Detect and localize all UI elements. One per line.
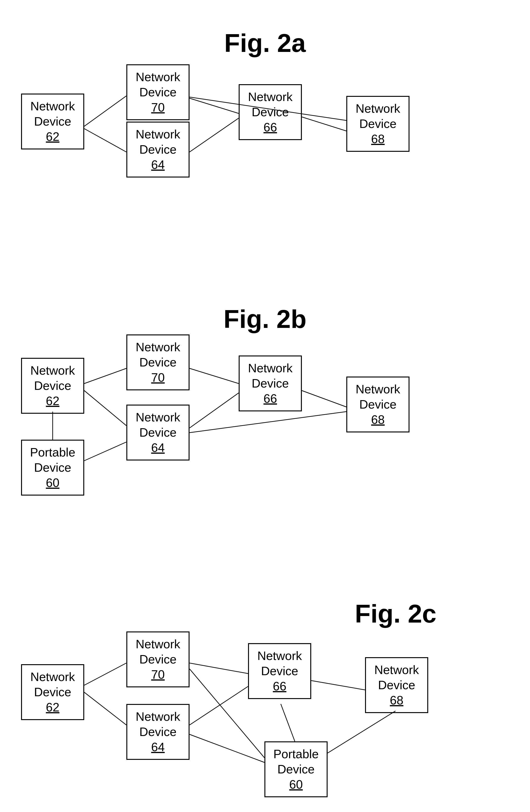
pd60c-box: Portable Device 60 — [264, 741, 328, 797]
nd66a-label1: Network — [245, 89, 296, 104]
nd68c-label2: Device — [371, 678, 422, 693]
svg-line-7 — [84, 391, 126, 426]
fig2a-title: Fig. 2a — [0, 14, 530, 58]
nd66b-number: 66 — [245, 391, 296, 406]
nd62a-box: Network Device 62 — [21, 93, 84, 149]
nd70b-box: Network Device 70 — [126, 334, 189, 390]
nd70a-box: Network Device 70 — [126, 64, 189, 120]
svg-line-11 — [189, 393, 239, 428]
svg-line-9 — [84, 442, 126, 461]
nd62a-label2: Device — [27, 114, 78, 129]
nd68b-label2: Device — [353, 397, 403, 412]
nd66b-label2: Device — [245, 376, 296, 391]
nd66a-label2: Device — [245, 104, 296, 120]
nd70c-number: 70 — [132, 667, 184, 682]
svg-line-18 — [189, 686, 248, 725]
nd62c-number: 62 — [27, 700, 78, 715]
nd66b-label1: Network — [245, 361, 296, 376]
nd62a-label1: Network — [27, 99, 78, 114]
nd70a-number: 70 — [132, 100, 184, 115]
nd62c-label2: Device — [27, 684, 78, 700]
svg-line-6 — [84, 368, 126, 383]
fig2a-area: Fig. 2a Network Device 62 Network Device… — [0, 14, 530, 295]
svg-line-13 — [189, 411, 346, 433]
nd70a-label2: Device — [132, 85, 184, 100]
nd64c-label2: Device — [132, 724, 184, 740]
nd64a-label2: Device — [132, 142, 184, 157]
nd66c-label1: Network — [254, 648, 305, 664]
svg-line-12 — [302, 391, 346, 407]
nd62b-box: Network Device 62 — [21, 358, 84, 414]
nd64a-box: Network Device 64 — [126, 121, 189, 177]
svg-line-3 — [189, 118, 239, 152]
svg-line-2 — [189, 98, 239, 113]
nd68b-number: 68 — [353, 412, 403, 427]
nd68a-label1: Network — [353, 101, 403, 116]
nd70a-label1: Network — [132, 70, 184, 85]
nd64c-box: Network Device 64 — [126, 704, 189, 760]
nd70b-label1: Network — [132, 339, 184, 355]
svg-line-0 — [84, 96, 126, 126]
nd66a-number: 66 — [245, 120, 296, 135]
nd64c-label1: Network — [132, 709, 184, 724]
nd64b-number: 64 — [132, 440, 184, 455]
nd62a-number: 62 — [27, 129, 78, 144]
nd66c-number: 66 — [254, 679, 305, 694]
nd64b-label2: Device — [132, 425, 184, 440]
nd70b-label2: Device — [132, 355, 184, 370]
nd68c-number: 68 — [371, 693, 422, 708]
nd70b-number: 70 — [132, 370, 184, 385]
svg-line-19 — [189, 734, 264, 763]
nd64b-box: Network Device 64 — [126, 405, 189, 461]
svg-line-22 — [328, 711, 396, 753]
nd64b-label1: Network — [132, 410, 184, 425]
svg-line-20 — [311, 681, 365, 690]
nd64a-label1: Network — [132, 127, 184, 142]
nd66c-label2: Device — [254, 664, 305, 679]
nd62b-label2: Device — [27, 378, 78, 393]
pd60b-label2: Device — [27, 460, 78, 475]
nd68a-label2: Device — [353, 116, 403, 131]
nd62c-label1: Network — [27, 669, 78, 684]
pd60c-label1: Portable — [271, 746, 321, 762]
svg-line-16 — [189, 663, 248, 673]
svg-line-1 — [84, 129, 126, 152]
nd70c-label2: Device — [132, 652, 184, 667]
nd66b-box: Network Device 66 — [239, 356, 302, 411]
page: Fig. 2a Network Device 62 Network Device… — [0, 0, 530, 812]
pd60c-number: 60 — [271, 777, 321, 792]
nd70c-box: Network Device 70 — [126, 632, 189, 687]
svg-line-21 — [281, 704, 295, 741]
nd70c-label1: Network — [132, 637, 184, 652]
pd60b-number: 60 — [27, 475, 78, 490]
nd64a-number: 64 — [132, 157, 184, 172]
nd68c-box: Network Device 68 — [365, 657, 428, 713]
nd68a-number: 68 — [353, 131, 403, 147]
svg-line-4 — [302, 117, 346, 131]
nd66a-box: Network Device 66 — [239, 84, 302, 140]
fig2c-area: Fig. 2c Network Device 62 Network Device… — [0, 589, 530, 812]
nd64c-number: 64 — [132, 740, 184, 755]
svg-line-10 — [189, 368, 239, 383]
pd60b-box: Portable Device 60 — [21, 440, 84, 496]
pd60b-label1: Portable — [27, 445, 78, 460]
nd68c-label1: Network — [371, 662, 422, 678]
nd62b-label1: Network — [27, 363, 78, 378]
svg-line-14 — [84, 663, 126, 685]
svg-line-15 — [84, 692, 126, 725]
nd66c-box: Network Device 66 — [248, 643, 311, 699]
fig2c-title: Fig. 2c — [0, 589, 530, 628]
nd68a-box: Network Device 68 — [346, 96, 410, 152]
nd62b-number: 62 — [27, 393, 78, 409]
nd68b-box: Network Device 68 — [346, 377, 410, 432]
fig2b-title: Fig. 2b — [0, 292, 530, 334]
nd62c-box: Network Device 62 — [21, 664, 84, 720]
nd68b-label1: Network — [353, 382, 403, 397]
fig2b-area: Fig. 2b Network Device 62 Portable Devic… — [0, 292, 530, 596]
pd60c-label2: Device — [271, 762, 321, 777]
